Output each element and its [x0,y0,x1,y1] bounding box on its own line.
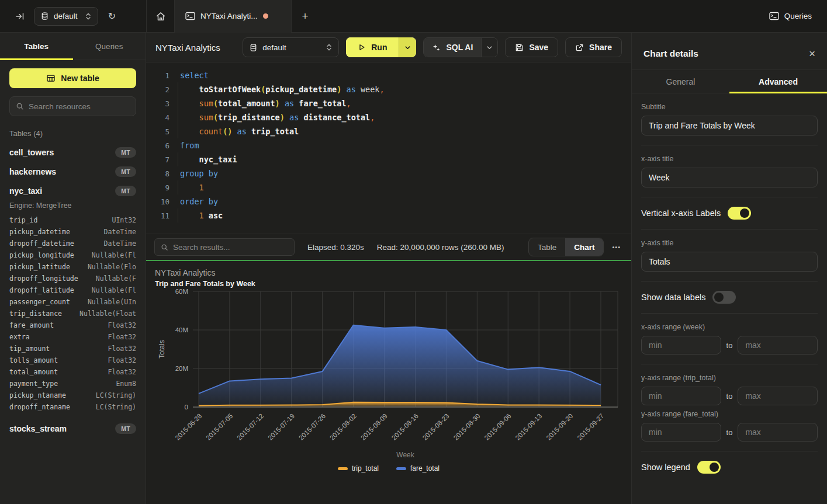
line-number: 11 [146,211,169,220]
home-icon [155,11,166,22]
results-search [154,238,295,256]
table-name: cell_towers [9,148,54,157]
resources-search [9,96,136,116]
query-database-value: default [262,43,286,52]
refresh-icon: ↻ [108,11,116,22]
new-tab-button[interactable]: + [292,0,319,33]
collapse-icon [15,12,25,21]
x-axis-range-max[interactable] [738,336,818,354]
y-axis-title-field[interactable] [641,252,818,272]
results-bar: Elapsed: 0.320s Read: 20,000,000 rows (2… [146,234,631,260]
engine-badge: MT [115,166,136,177]
table-icon [46,74,56,83]
legend-item[interactable]: trip_total [338,464,379,472]
column-name: dropoff_longitude [9,274,78,283]
svg-text:2015-09-06: 2015-09-06 [483,412,513,442]
subtitle-field[interactable] [641,116,818,135]
database-selector-value: default [54,12,78,20]
sparkles-icon [432,43,441,52]
column-name: pickup_longitude [9,251,74,259]
column-name: dropoff_latitude [9,286,74,294]
column-type: Float32 [108,321,136,329]
sql-ai-button[interactable]: SQL AI [423,37,498,57]
svg-text:2015-07-12: 2015-07-12 [236,412,265,442]
resources-search-input[interactable] [29,102,132,111]
table-list-item[interactable]: nyc_taxiMT [9,181,136,200]
sql-code: from [169,141,199,150]
collapse-sidebar-button[interactable] [12,8,28,25]
y-axis-range-trip-min[interactable] [641,387,721,405]
column-row: pickup_latitudeNullable(Flo [9,261,136,273]
x-axis-range-min[interactable] [641,336,721,354]
refresh-button[interactable]: ↻ [104,8,120,25]
run-options-caret[interactable] [399,37,416,57]
elapsed-stat: Elapsed: 0.320s [307,243,364,252]
show-data-labels-toggle[interactable] [712,291,736,304]
panel-tab-general[interactable]: General [632,70,729,93]
line-number: 2 [146,85,169,94]
column-row: dropoff_datetimeDateTime [9,238,136,249]
save-button[interactable]: Save [505,37,558,57]
panel-tab-advanced[interactable]: Advanced [729,70,827,93]
search-icon [16,102,24,110]
sql-ai-caret[interactable] [481,38,497,57]
svg-text:2015-08-30: 2015-08-30 [452,412,482,442]
sidebar-tab-tables[interactable]: Tables [0,33,73,60]
save-icon [515,43,524,52]
new-table-button[interactable]: New table [9,68,136,88]
tab-nytaxi-analytics[interactable]: NYTaxi Analyti... [175,0,292,33]
show-data-labels-row: Show data labels [641,291,818,304]
y-axis-range-trip-label: y-axis range (trip_total) [641,374,818,382]
sidebar-tab-queries[interactable]: Queries [73,33,146,60]
divider [641,145,818,145]
svg-text:40M: 40M [175,326,188,333]
query-title: NYTaxi Analytics [155,43,220,53]
results-search-input[interactable] [173,243,288,252]
y-axis-range-trip-max[interactable] [738,387,818,405]
view-chart-button[interactable]: Chart [565,238,603,256]
show-legend-toggle[interactable] [697,461,721,474]
legend-swatch [338,467,348,470]
y-axis-range-fare-label: y-axis range (fare_total) [641,410,818,418]
svg-text:2015-09-20: 2015-09-20 [545,412,574,442]
column-type: Nullable(Fl [92,286,136,294]
column-type: Float32 [108,345,136,353]
sql-code: 1 asc [169,211,223,220]
database-selector[interactable]: default [34,7,98,26]
run-button[interactable]: Run [346,37,416,57]
column-row: tip_amountFloat32 [9,343,136,354]
table-list-item[interactable]: stocks_streamMT [9,419,136,438]
svg-text:2015-08-23: 2015-08-23 [421,412,451,442]
console-tab-icon [185,12,195,20]
line-number: 8 [146,169,169,178]
share-label: Share [589,43,612,52]
table-list-item[interactable]: hackernewsMT [9,162,136,181]
results-menu-button[interactable]: ••• [610,241,623,253]
view-table-button[interactable]: Table [529,238,565,256]
sql-code: toStartOfWeek(pickup_datetime) as week, [169,85,385,94]
panel-body: Subtitle x-axis title Vertical x-axis La… [632,93,827,474]
svg-text:2015-07-19: 2015-07-19 [267,412,296,442]
close-panel-button[interactable]: × [809,48,815,59]
queries-button[interactable]: Queries [769,12,812,20]
range-separator: to [726,392,733,401]
legend-label: trip_total [352,464,379,472]
table-list-item[interactable]: cell_towersMT [9,142,136,162]
share-button[interactable]: Share [565,37,622,57]
sql-line: 11 1 asc [146,208,631,223]
vertical-x-labels-toggle[interactable] [728,207,751,220]
table-name: stocks_stream [9,424,67,433]
svg-text:2015-08-16: 2015-08-16 [390,412,420,442]
home-button[interactable] [147,0,175,33]
chart-title: NYTaxi Analytics [155,268,622,277]
y-axis-range-fare-min[interactable] [641,423,721,442]
y-axis-range-fare-max[interactable] [738,423,818,442]
legend-item[interactable]: fare_total [396,464,440,472]
line-number: 7 [146,155,169,164]
database-icon [249,43,258,52]
sql-editor[interactable]: 1select2 toStartOfWeek(pickup_datetime) … [146,62,631,234]
column-name: trip_id [9,216,37,224]
query-database-selector[interactable]: default [243,37,339,57]
sql-code: nyc_taxi [169,155,237,164]
x-axis-title-field[interactable] [641,168,818,187]
